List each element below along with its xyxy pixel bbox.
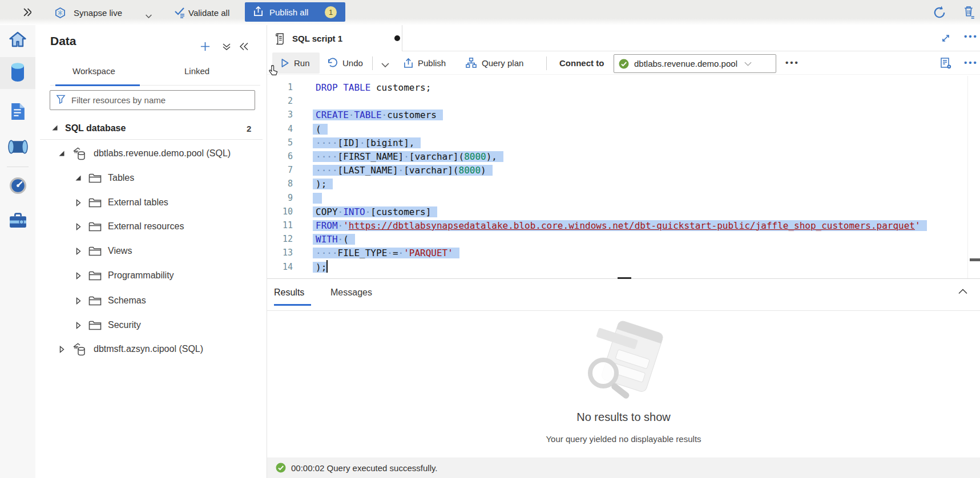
code-line-2[interactable]: 2 — [267, 94, 980, 108]
add-resource-icon[interactable] — [200, 41, 211, 54]
publish-button[interactable]: Publish — [404, 51, 446, 74]
mode-selector-label[interactable]: Synapse live — [74, 8, 122, 18]
collapse-results-icon[interactable] — [958, 287, 968, 297]
tab-messages[interactable]: Messages — [330, 287, 372, 298]
sidebar-tabs: Workspace Linked — [50, 62, 260, 86]
folder-icon — [88, 173, 102, 183]
caret-collapsed-icon[interactable] — [75, 223, 82, 230]
results-tab-underline — [274, 304, 311, 306]
tab-sql-script-1[interactable]: SQL script 1 — [267, 25, 402, 51]
code-line-4[interactable]: 4( — [267, 122, 980, 136]
script-properties-icon[interactable] — [939, 57, 952, 72]
rail-item-develop[interactable] — [0, 98, 35, 127]
line-number: 6 — [267, 149, 293, 164]
tree-item-tables[interactable]: Tables — [75, 169, 134, 187]
expand-chevrons-icon[interactable] — [23, 8, 31, 19]
code-line-10[interactable]: 10COPY·INTO·[customers] — [267, 205, 980, 219]
publish-all-button[interactable]: Publish all 1 — [245, 2, 345, 22]
caret-expanded-icon[interactable] — [75, 175, 82, 181]
expand-editor-icon[interactable] — [941, 33, 951, 46]
line-number: 5 — [267, 136, 293, 150]
folder-icon — [88, 296, 102, 306]
code-line-14[interactable]: 14); — [267, 260, 980, 274]
run-options-chevron-icon[interactable] — [381, 60, 390, 70]
tree-item-label: Tables — [108, 173, 134, 183]
status-message: 00:00:02 Query executed successfully. — [291, 463, 438, 473]
tree-item-label: External resources — [108, 221, 184, 232]
discard-all-icon[interactable] — [963, 5, 975, 21]
mode-chevron-down-icon[interactable] — [145, 11, 152, 21]
tree-section-label: SQL database — [65, 123, 126, 133]
query-plan-button[interactable]: Query plan — [465, 51, 523, 74]
tab-workspace[interactable]: Workspace — [72, 66, 115, 76]
code-line-13[interactable]: 13····FILE_TYPE·=·'PARQUET' — [267, 246, 980, 260]
monitor-icon — [9, 177, 27, 197]
caret-collapsed-icon[interactable] — [75, 322, 82, 329]
line-number: 1 — [267, 80, 293, 95]
code-line-9[interactable]: 9 — [267, 191, 980, 205]
sql-database-count: 2 — [247, 124, 251, 133]
tab-more-actions-icon[interactable]: ••• — [964, 31, 978, 41]
collapse-all-icon[interactable] — [222, 42, 231, 54]
tree-item-label: External tables — [108, 197, 168, 208]
caret-collapsed-icon[interactable] — [75, 297, 82, 305]
toolbar-more-right-icon[interactable]: ••• — [964, 58, 978, 67]
tree-item-label: Views — [108, 246, 132, 256]
tree-item-external-tables[interactable]: External tables — [75, 194, 168, 211]
editor-toolbar: Run Undo Publish Query plan Connect to d… — [267, 51, 980, 74]
workspace-tab-underline — [55, 84, 140, 86]
code-line-1[interactable]: 1DROP TABLE customers; — [267, 80, 980, 95]
tab-linked[interactable]: Linked — [184, 66, 209, 76]
pool-icon — [72, 146, 87, 161]
tree-item-dbtmsft-azsyn-cipool-sql-[interactable]: dbtmsft.azsyn.cipool (SQL) — [58, 341, 203, 358]
code-line-6[interactable]: 6····[FIRST_NAME]·[varchar](8000), — [267, 149, 980, 164]
rail-item-manage[interactable] — [0, 206, 35, 236]
filter-input[interactable]: Filter resources by name — [50, 90, 255, 110]
caret-collapsed-icon[interactable] — [75, 248, 82, 255]
run-label: Run — [294, 58, 310, 68]
line-number: 8 — [267, 177, 293, 191]
code-line-12[interactable]: 12WITH·( — [267, 232, 980, 246]
data-sidebar: Data Workspace Linked Filter resources b… — [35, 25, 267, 478]
code-line-7[interactable]: 7····[LAST_NAME]·[varchar](8000) — [267, 163, 980, 177]
caret-collapsed-icon[interactable] — [75, 272, 82, 279]
validate-all-button[interactable]: Validate all — [188, 8, 229, 18]
tree-item-security[interactable]: Security — [75, 317, 141, 334]
refresh-icon[interactable] — [933, 6, 946, 22]
caret-expanded-icon[interactable] — [58, 150, 66, 157]
run-button[interactable]: Run — [281, 51, 310, 74]
caret-expanded-icon[interactable] — [51, 123, 58, 133]
line-number: 4 — [267, 122, 293, 136]
toolbar-more-icon[interactable]: ••• — [785, 58, 800, 67]
caret-collapsed-icon[interactable] — [75, 199, 82, 206]
tab-results[interactable]: Results — [274, 287, 304, 298]
caret-collapsed-icon[interactable] — [58, 346, 66, 353]
line-number: 13 — [267, 246, 293, 260]
collapse-sidebar-icon[interactable] — [239, 42, 248, 53]
tree-item-schemas[interactable]: Schemas — [75, 292, 146, 309]
pool-chevron-icon — [744, 61, 752, 67]
tree-item-programmability[interactable]: Programmability — [75, 267, 174, 284]
code-line-8[interactable]: 8); — [267, 177, 980, 191]
pool-dropdown[interactable]: dbtlabs.revenue.demo.pool — [614, 54, 776, 73]
rail-item-monitor[interactable] — [0, 172, 35, 201]
rail-item-home[interactable] — [0, 26, 35, 55]
tree-item-dbtlabs-revenue-demo-pool-sql-[interactable]: dbtlabs.revenue.demo.pool (SQL) — [58, 145, 231, 162]
rail-item-data[interactable] — [0, 58, 35, 88]
folder-icon — [88, 271, 102, 281]
tree-item-views[interactable]: Views — [75, 242, 132, 260]
code-line-11[interactable]: 11FROM·'https://dbtlabsynapsedatalake.bl… — [267, 218, 980, 233]
sql-code-editor[interactable]: 1DROP TABLE customers;23CREATE·TABLE·cus… — [267, 74, 980, 278]
tree-item-external-resources[interactable]: External resources — [75, 218, 184, 235]
tree-section-sql-database[interactable]: SQL database — [51, 120, 126, 137]
rail-item-integrate[interactable] — [0, 133, 35, 163]
sql-script-icon — [274, 32, 285, 45]
undo-button[interactable]: Undo — [327, 51, 363, 74]
toolbar-separator — [372, 56, 373, 70]
rail-divider — [7, 167, 29, 167]
mouse-cursor — [268, 64, 278, 79]
code-line-3[interactable]: 3CREATE·TABLE·customers — [267, 108, 980, 122]
code-line-5[interactable]: 5····[ID]·[bigint], — [267, 136, 980, 150]
tree-item-label: dbtmsft.azsyn.cipool (SQL) — [94, 344, 203, 354]
tree-divider — [40, 139, 263, 140]
